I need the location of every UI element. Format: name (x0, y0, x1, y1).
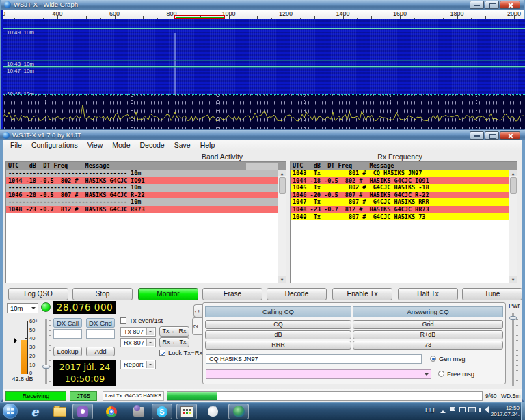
taskbar-button[interactable] (49, 404, 70, 419)
band-select[interactable]: 10m (7, 303, 38, 313)
report-spinner[interactable]: Report -20 (120, 360, 156, 369)
main-titlebar[interactable]: WSJT-X v1.7.0 by K1JT (0, 130, 525, 140)
maximize-icon[interactable] (485, 131, 499, 140)
show-desktop-button[interactable] (521, 402, 525, 420)
log-qso-button[interactable]: Log QSO (8, 288, 68, 300)
menu-view[interactable]: View (83, 140, 108, 150)
gen-msg-radio[interactable] (430, 356, 436, 362)
table-row[interactable]: 1043 Tx 801 # CQ HA5IKS JN97 (291, 170, 517, 177)
taskbar-button[interactable] (129, 404, 149, 419)
decode-button[interactable]: Decode (267, 288, 327, 300)
chevron-down-icon (31, 307, 36, 311)
frequency-ruler[interactable]: 200400600800100012001400160018002000 (3, 10, 524, 19)
table-row[interactable]: ---------------------------------- 10m (6, 170, 286, 177)
scroll-up-icon[interactable]: ▲ (278, 170, 286, 176)
scrollbar-thumb[interactable] (279, 177, 286, 194)
taskbar-button[interactable] (72, 404, 93, 419)
taskbar-button[interactable]: e (25, 404, 45, 419)
tray-app-icon[interactable] (459, 407, 466, 412)
table-row[interactable]: ---------------------------------- 10m (6, 198, 286, 206)
last-tx-label: Last Tx: G4CJC HA5IKS 73 (103, 391, 164, 401)
skype-icon: S (157, 406, 167, 417)
hidden-icons-arrow-icon[interactable] (440, 408, 446, 413)
waterfall-gain-slider[interactable] (42, 317, 51, 386)
spinner-arrows-icon[interactable] (146, 328, 154, 335)
gen-msg-input[interactable]: CQ HA5IKS JN97 (206, 354, 422, 364)
start-orb[interactable] (3, 404, 18, 419)
table-row[interactable]: 1049 Tx 807 # G4CJC HA5IKS 73 (291, 213, 517, 221)
scrollbar[interactable]: ▲ ▼ (278, 170, 286, 283)
dx-call-button[interactable]: DX Call (53, 318, 82, 328)
pwr-slider[interactable] (509, 312, 518, 387)
tab-messages-1[interactable]: 1 (193, 304, 203, 317)
table-row[interactable]: ---------------------------------- 10m (6, 184, 286, 192)
taskbar-button[interactable] (202, 404, 223, 419)
calling-cq-header[interactable]: Calling CQ (205, 306, 351, 317)
tx-from-rx-button[interactable]: Tx ← Rx (159, 326, 189, 337)
minimize-icon[interactable] (470, 1, 484, 9)
spinner-arrows-icon[interactable] (146, 339, 154, 346)
close-icon[interactable] (500, 131, 520, 140)
table-row[interactable]: 1045 Tx 802 # G4CJC HA5IKS -18 (291, 184, 517, 192)
scroll-down-icon[interactable]: ▼ (509, 276, 517, 283)
free-msg-combo[interactable] (206, 369, 431, 379)
msg-rrr-button[interactable]: RRR (205, 341, 351, 350)
msg-db-button[interactable]: dB (205, 330, 351, 339)
msg-cq-button[interactable]: CQ (205, 320, 351, 329)
tx-even-checkbox[interactable] (120, 317, 126, 324)
dx-call-input[interactable] (53, 329, 82, 339)
halt-tx-button[interactable]: Halt Tx (398, 288, 458, 300)
free-msg-radio[interactable] (438, 371, 444, 377)
scrollbar-thumb[interactable] (510, 177, 517, 194)
spectrum-display[interactable] (3, 94, 525, 129)
taskbar-button[interactable] (101, 404, 122, 419)
tx-freq-spinner[interactable]: Tx 807 Hz (120, 327, 156, 337)
enable-tx-button[interactable]: Enable Tx (332, 288, 392, 300)
rx-freq-spinner[interactable]: Rx 807 Hz (120, 338, 156, 347)
msg-grid-button[interactable]: Grid (353, 320, 503, 329)
msg-rdb-button[interactable]: R+dB (353, 330, 503, 339)
menu-mode[interactable]: Mode (107, 140, 135, 150)
spinner-arrows-icon[interactable] (146, 361, 154, 368)
lock-txrx-checkbox[interactable] (159, 350, 165, 356)
waterfall-display[interactable]: 10:49 10m10:48 10m10:47 10m10:46 10m (3, 19, 525, 94)
close-icon[interactable] (500, 1, 520, 9)
erase-button[interactable]: Erase (202, 288, 262, 300)
scroll-down-icon[interactable]: ▼ (278, 276, 286, 283)
table-row[interactable]: 1044 -18 -0.5 802 # HA5IKS G4CJC IO91 (6, 177, 286, 185)
network-icon[interactable] (468, 407, 476, 412)
rx-from-tx-button[interactable]: Rx ← Tx (159, 337, 189, 347)
scrollbar[interactable]: ▲ ▼ (509, 170, 517, 283)
maximize-icon[interactable] (485, 1, 499, 9)
table-row[interactable]: 1044 -18 -0.5 802 # HA5IKS G4CJC IO91 (291, 177, 517, 185)
table-row[interactable]: 1047 Tx 807 # G4CJC HA5IKS RRR (291, 198, 517, 206)
table-row[interactable]: 1048 -23 -0.7 812 # HA5IKS G4CJC RR73 (291, 206, 517, 213)
menu-help[interactable]: Help (196, 140, 220, 150)
scroll-up-icon[interactable]: ▲ (509, 170, 517, 176)
wide-graph-titlebar[interactable]: WSJT-X - Wide Graph (1, 0, 524, 10)
add-button[interactable]: Add (86, 347, 115, 356)
dx-grid-input[interactable] (86, 329, 115, 339)
menu-decode[interactable]: Decode (135, 140, 169, 150)
table-row[interactable]: 1046 -20 -0.5 807 # HA5IKS G4CJC R-22 (6, 192, 286, 199)
stop-button[interactable]: Stop (72, 288, 133, 300)
menu-save[interactable]: Save (170, 140, 196, 150)
menu-file[interactable]: File (5, 140, 27, 150)
tune-button[interactable]: Tune (462, 288, 522, 300)
tab-messages-2[interactable]: 2 (192, 317, 203, 335)
minimize-icon[interactable] (470, 131, 484, 140)
msg-73-button[interactable]: 73 (353, 341, 503, 350)
taskbar-button[interactable] (176, 404, 197, 419)
answering-cq-header[interactable]: Answering CQ (353, 306, 503, 317)
table-row[interactable]: 1048 -23 -0.7 812 # HA5IKS G4CJC RR73 (6, 206, 286, 213)
taskbar-button[interactable]: S (152, 404, 172, 419)
lookup-button[interactable]: Lookup (53, 347, 82, 356)
table-row[interactable]: 1046 -20 -0.5 807 # HA5IKS G4CJC R-22 (291, 192, 517, 199)
tray-clock[interactable]: 12:50 2017.07.24. (487, 405, 520, 417)
menu-configurations[interactable]: Configurations (27, 140, 83, 150)
monitor-button[interactable]: Monitor (138, 288, 198, 300)
slider-tick (49, 345, 51, 346)
taskbar-button[interactable] (228, 404, 249, 419)
dx-grid-button[interactable]: DX Grid (86, 318, 115, 328)
tray-language-indicator[interactable]: HU (425, 406, 435, 414)
